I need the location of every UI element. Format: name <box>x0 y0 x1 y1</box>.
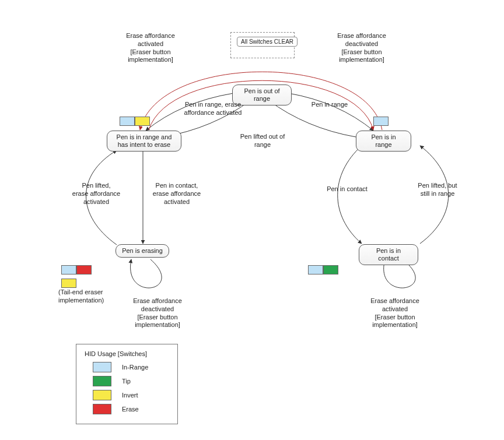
label-erasing-loop: Erase affordance deactivated [Eraser but… <box>125 297 190 329</box>
legend-row-invert: Invert <box>85 390 169 400</box>
label-tail-end: (Tail-end eraser implementation) <box>58 288 117 305</box>
label-pen-in-range: Pen in range <box>303 101 356 109</box>
swatch-erasing-1 <box>61 265 92 274</box>
label-pen-lifted-out: Pen lifted out of range <box>233 133 292 149</box>
swatch-color-inrange <box>308 265 323 274</box>
label-pen-in-contact-erase: Pen in contact, erase affordance activat… <box>148 182 206 206</box>
state-label: Pen is out of range <box>244 87 279 102</box>
swatch-color-inrange <box>93 362 111 372</box>
legend-label: Tip <box>122 378 131 385</box>
label-incontact-loop: Erase affordance activated [Eraser butto… <box>363 297 427 329</box>
edge-outofrange-to-inrange <box>289 93 373 131</box>
label-erase-activated-top: Erase affordance activated [Eraser butto… <box>118 32 183 64</box>
swatch-color-erase <box>76 265 92 274</box>
label-pen-in-range-erase: Pen in range, erase affordance activated <box>178 101 248 117</box>
legend-row-inrange: In-Range <box>85 362 169 372</box>
swatch-inrange <box>373 117 388 126</box>
state-in-range: Pen is in range <box>356 131 411 152</box>
swatch-color-inrange <box>61 265 76 274</box>
swatch-inrangeerase <box>120 117 150 126</box>
swatch-color-invert <box>135 117 150 126</box>
diagram-stage: All Switches CLEAR Pen is out of range P… <box>0 0 504 440</box>
swatch-color-tip <box>93 376 111 386</box>
legend-box: HID Usage [Switches] In-Range Tip Invert… <box>76 344 178 424</box>
legend-row-erase: Erase <box>85 404 169 414</box>
state-label: Pen is in range and has intent to erase <box>117 133 172 148</box>
label-pen-lifted-in-range: Pen lifted, but still in range <box>411 182 464 198</box>
legend-title: HID Usage [Switches] <box>85 350 169 357</box>
swatch-color-invert <box>61 279 76 288</box>
label-pen-in-contact: Pen in contact <box>321 185 373 193</box>
swatch-erasing-2 <box>61 279 76 288</box>
legend-label: Erase <box>122 406 139 413</box>
legend-label: In-Range <box>122 364 148 371</box>
state-label: Pen is erasing <box>122 247 163 254</box>
swatch-color-tip <box>323 265 338 274</box>
swatch-incontact <box>308 265 338 274</box>
swatch-color-erase <box>93 404 111 414</box>
swatch-color-inrange <box>373 117 388 126</box>
legend-label: Invert <box>122 392 138 399</box>
state-in-range-erase: Pen is in range and has intent to erase <box>107 131 181 152</box>
edge-inrange-to-incontact <box>338 146 362 244</box>
swatch-color-invert <box>93 390 111 400</box>
legend-row-tip: Tip <box>85 376 169 386</box>
label-pen-lifted-erase: Pen lifted, erase affordance activated <box>67 182 125 206</box>
state-label: Pen is in range <box>371 133 396 148</box>
edge-erasing-selfloop <box>131 259 162 288</box>
swatch-color-inrange <box>120 117 135 126</box>
state-erasing: Pen is erasing <box>116 244 169 258</box>
label-erase-deactivated-top: Erase affordance deactivated [Eraser but… <box>330 32 394 64</box>
state-in-contact: Pen is in contact <box>359 244 418 265</box>
state-label: Pen is in contact <box>376 247 401 262</box>
hub-label: All Switches CLEAR <box>237 37 298 47</box>
